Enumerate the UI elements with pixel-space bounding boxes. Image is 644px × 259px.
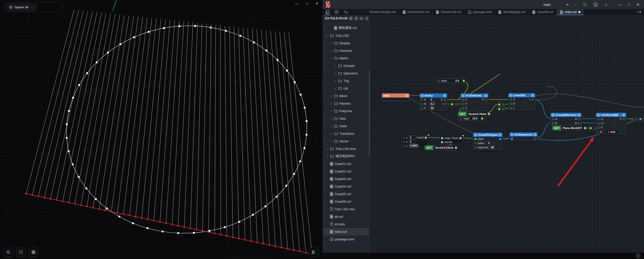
titlebar[interactable]: main ✕ ⌄ ☼ — □ ✕ — [323, 0, 644, 9]
chevron-icon[interactable]: › — [330, 49, 333, 53]
relay-node[interactable] — [450, 102, 458, 106]
input-value[interactable]: 10.0 — [472, 117, 477, 120]
output-port[interactable] — [578, 122, 580, 124]
node-plane[interactable]: ✦ origin Plane normal — [439, 136, 463, 144]
output-port[interactable] — [455, 147, 457, 149]
space-selector[interactable]: Space 3d ⌄ — [6, 4, 36, 11]
chevron-icon[interactable]: › — [326, 147, 329, 151]
input-port[interactable] — [421, 107, 423, 109]
maximize-button[interactable]: □ — [306, 2, 308, 5]
value-field[interactable]: 48 — [490, 146, 495, 149]
output-port[interactable] — [488, 113, 490, 115]
tree-item-Mesh[interactable]: ›Mesh — [324, 92, 369, 100]
output-port[interactable] — [584, 127, 586, 129]
relay-node[interactable] — [634, 117, 642, 121]
value-field[interactable]: 50 — [429, 106, 435, 110]
document-chevron-icon[interactable]: ⌄ — [574, 3, 576, 6]
minimize-button[interactable]: — — [295, 2, 299, 6]
tab-Case06.ncf[interactable]: Case06.ncf — [529, 9, 556, 15]
value-field[interactable]: 5 — [487, 141, 492, 145]
node-get-worldxy[interactable]: GET Plane.WorldXY — [552, 125, 585, 131]
output-port[interactable] — [481, 117, 483, 120]
node-input-10[interactable]: ❯ Input 10.0 — [458, 116, 485, 121]
chevron-icon[interactable]: › — [334, 87, 337, 90]
collapse-all-button[interactable] — [354, 17, 358, 20]
input-port[interactable] — [474, 138, 476, 140]
tree-item-all.ncf[interactable]: all.ncf — [324, 213, 369, 220]
sidebar-scrollbar[interactable] — [369, 70, 370, 156]
input-port[interactable] — [510, 107, 512, 109]
chevron-icon[interactable]: › — [334, 64, 337, 68]
tree-item-Display[interactable]: ›Display — [324, 39, 369, 47]
tree-item-Trig[interactable]: ›Trig — [324, 77, 369, 84]
tree-item-Maths[interactable]: ›Maths — [324, 54, 369, 62]
close-button[interactable]: ✕ — [636, 3, 639, 7]
input-port[interactable] — [403, 145, 405, 147]
input-port[interactable] — [510, 103, 512, 105]
output-port[interactable] — [459, 137, 462, 139]
node-canvas[interactable]: ❯ Input 0.0 main D D — [370, 15, 644, 253]
chevron-icon[interactable]: › — [325, 34, 329, 37]
input-port[interactable] — [403, 141, 405, 143]
chevron-icon[interactable]: › — [330, 109, 333, 113]
input-port[interactable] — [403, 137, 405, 139]
input-port[interactable] — [510, 98, 512, 101]
node-main[interactable]: main D — [382, 93, 410, 101]
tab-PointInCell.ncf[interactable]: PointInCell.ncf — [433, 9, 465, 15]
document-close-icon[interactable]: ✕ — [566, 3, 569, 7]
theme-toggle-button[interactable]: ☼ — [604, 2, 608, 7]
tree-item-Transfrom[interactable]: ›Transfrom — [324, 130, 369, 137]
input-port[interactable] — [597, 118, 599, 120]
node-crossreference[interactable]: D CrossReference D A A B B — [550, 113, 582, 126]
input-port[interactable] — [462, 103, 464, 105]
node-linessdl[interactable]: D LinesSDL D S L D L — [508, 93, 535, 110]
tree-item-Tulo.LSO.else[interactable]: ›Tulo.LSO.else — [324, 145, 369, 152]
node-xyztopoints[interactable]: D XYZtoPoints D X P Y Z — [460, 93, 489, 111]
new-file-button[interactable] — [365, 17, 369, 20]
input-port[interactable] — [597, 122, 599, 124]
tree-item-Params[interactable]: ›Params — [324, 100, 369, 107]
chevron-icon[interactable]: › — [330, 102, 333, 105]
value-field[interactable]: 0 — [430, 98, 435, 102]
relay-node[interactable] — [497, 102, 505, 107]
value-field[interactable]: 5 — [409, 140, 415, 144]
tab-overflow-left-icon[interactable]: ⋮ — [360, 9, 366, 15]
node-linexline[interactable]: D LineXLine(M) D L1 P L2 P B true — [596, 113, 626, 134]
chevron-icon[interactable]: › — [330, 132, 333, 136]
input-port[interactable] — [474, 147, 476, 148]
input-port[interactable] — [421, 103, 423, 105]
tree-item-Case01.ncf[interactable]: Case01.ncf — [324, 160, 369, 167]
camera-view-button[interactable] — [308, 247, 318, 257]
chevron-icon[interactable]: › — [330, 139, 333, 143]
references-panel-icon[interactable] — [344, 9, 348, 15]
chevron-icon[interactable]: › — [334, 79, 337, 83]
tree-item-Case06.ncf[interactable]: Case06.ncf — [324, 198, 369, 205]
input-port[interactable] — [462, 107, 464, 109]
focus-button[interactable] — [16, 247, 26, 257]
output-port[interactable] — [578, 118, 580, 120]
maximize-button[interactable]: □ — [628, 3, 630, 6]
save-all-button[interactable] — [349, 17, 353, 20]
minimize-button[interactable]: — — [618, 3, 622, 7]
tree-item-Operators[interactable]: ›Operators — [324, 69, 369, 77]
node-createpolygon[interactable]: D CreatePolygon D plane radius 5 segment… — [473, 133, 503, 150]
new-folder-button[interactable] — [360, 17, 364, 20]
tree-item-Solid[interactable]: ›Solid — [324, 122, 369, 130]
chevron-icon[interactable]: › — [334, 71, 337, 75]
tree-item-package.toml[interactable]: package.toml — [324, 235, 369, 243]
notifications-icon[interactable]: ! — [636, 254, 640, 258]
node-get-zaxis[interactable]: GET Vector3.ZAxis — [425, 145, 456, 150]
chevron-icon[interactable]: › — [330, 94, 333, 98]
output-port[interactable] — [534, 138, 536, 140]
relay-node[interactable] — [588, 126, 597, 130]
grid-button[interactable] — [29, 247, 38, 257]
input-port[interactable] — [511, 138, 513, 140]
input-port[interactable] — [474, 142, 476, 144]
tree-item-Case04.ncf[interactable]: Case04.ncf — [324, 183, 369, 190]
input-port[interactable] — [597, 126, 599, 129]
value-field[interactable]: 0.0003 — [409, 144, 419, 148]
tab-package.toml[interactable]: package.toml — [465, 9, 495, 15]
tab-PointInCells.ncf[interactable]: PointInCells.ncf — [399, 9, 433, 15]
input-port[interactable] — [441, 141, 443, 143]
output-port[interactable] — [463, 80, 465, 82]
